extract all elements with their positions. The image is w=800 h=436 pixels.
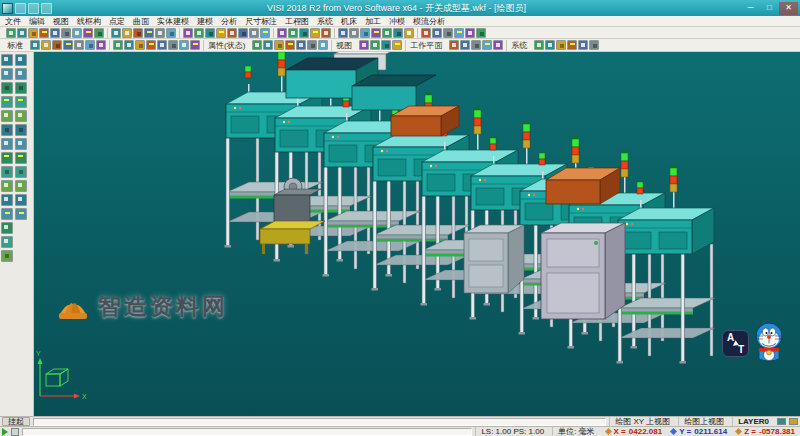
toolbar-icon[interactable] — [113, 40, 123, 50]
toolbar-icon[interactable] — [216, 28, 226, 38]
menu-item[interactable]: 视图 — [53, 16, 69, 27]
toolbar-icon[interactable] — [589, 40, 599, 50]
sidebar-tool-icon[interactable] — [1, 250, 13, 262]
toolbar-icon[interactable] — [393, 28, 403, 38]
toolbar-icon[interactable] — [449, 40, 459, 50]
workplane-indicator[interactable]: 绘图 XY 上视图 — [609, 417, 675, 426]
sidebar-tool-icon[interactable] — [1, 68, 13, 80]
toolbar-icon[interactable] — [157, 40, 167, 50]
toolbar-icon[interactable] — [252, 40, 262, 50]
sidebar-tool-icon[interactable] — [1, 152, 13, 164]
menu-item[interactable]: 分析 — [221, 16, 237, 27]
toolbar-icon[interactable] — [432, 28, 442, 38]
toolbar-icon[interactable] — [338, 28, 348, 38]
toolbar-icon[interactable] — [17, 28, 27, 38]
toolbar-icon[interactable] — [83, 28, 93, 38]
toolbar-icon[interactable] — [392, 40, 402, 50]
toolbar-icon[interactable] — [135, 40, 145, 50]
toolbar-icon[interactable] — [482, 40, 492, 50]
toolbar-icon[interactable] — [404, 28, 414, 38]
toolbar-icon[interactable] — [179, 40, 189, 50]
toolbar-icon[interactable] — [260, 28, 270, 38]
sidebar-tool-icon[interactable] — [1, 54, 13, 66]
toolbar-icon[interactable] — [144, 28, 154, 38]
menu-item[interactable]: 模流分析 — [413, 16, 445, 27]
sidebar-tool-icon[interactable] — [15, 82, 27, 94]
toolbar-icon[interactable] — [41, 40, 51, 50]
command-input[interactable] — [33, 418, 606, 426]
sidebar-tool-icon[interactable] — [1, 222, 13, 234]
assembly-line-model[interactable] — [225, 52, 716, 364]
toolbar-icon[interactable] — [205, 28, 215, 38]
sidebar-tool-icon[interactable] — [15, 54, 27, 66]
units-indicator[interactable]: 单位: 毫米 — [552, 427, 599, 436]
toolbar-icon[interactable] — [122, 28, 132, 38]
sidebar-tool-icon[interactable] — [15, 138, 27, 150]
close-button[interactable]: ✕ — [779, 2, 798, 15]
maximize-button[interactable]: □ — [760, 2, 779, 15]
toolbar-icon[interactable] — [321, 28, 331, 38]
sidebar-tool-icon[interactable] — [1, 166, 13, 178]
menu-item[interactable]: 实体建模 — [157, 16, 189, 27]
toolbar-icon[interactable] — [285, 40, 295, 50]
grid-toggle-icon[interactable] — [11, 428, 19, 436]
sidebar-tool-icon[interactable] — [1, 208, 13, 220]
toolbar-icon[interactable] — [6, 28, 16, 38]
sidebar-tool-icon[interactable] — [1, 194, 13, 206]
toolbar-icon[interactable] — [263, 40, 273, 50]
toolbar-icon[interactable] — [578, 40, 588, 50]
toolbar-icon[interactable] — [318, 40, 328, 50]
menu-item[interactable]: 尺寸标注 — [245, 16, 277, 27]
toolbar-icon[interactable] — [443, 28, 453, 38]
menu-item[interactable]: 冲模 — [389, 16, 405, 27]
sidebar-tool-icon[interactable] — [15, 96, 27, 108]
toolbar-icon[interactable] — [133, 28, 143, 38]
toolbar-icon[interactable] — [359, 40, 369, 50]
sidebar-tool-icon[interactable] — [15, 180, 27, 192]
toolbar-icon[interactable] — [307, 40, 317, 50]
cad-viewport[interactable]: X Y 智造资料网 A T — [34, 52, 800, 416]
toolbar-icon[interactable] — [249, 28, 259, 38]
sidebar-tool-icon[interactable] — [15, 68, 27, 80]
toolbar-icon[interactable] — [227, 28, 237, 38]
menu-item[interactable]: 点定 — [109, 16, 125, 27]
menu-item[interactable]: 建模 — [197, 16, 213, 27]
toolbar-icon[interactable] — [534, 40, 544, 50]
title-bar[interactable]: VISI 2018 R2 from Vero Software x64 - 开关… — [0, 0, 800, 16]
toolbar-icon[interactable] — [460, 40, 470, 50]
toolbar-icon[interactable] — [421, 28, 431, 38]
toolbar-icon[interactable] — [96, 40, 106, 50]
sidebar-tool-icon[interactable] — [1, 110, 13, 122]
menu-item[interactable]: 系统 — [317, 16, 333, 27]
menu-item[interactable]: 文件 — [5, 16, 21, 27]
toolbar-icon[interactable] — [288, 28, 298, 38]
toolbar-icon[interactable] — [111, 28, 121, 38]
toolbar-icon[interactable] — [166, 28, 176, 38]
sidebar-tool-icon[interactable] — [1, 82, 13, 94]
sidebar-tool-icon[interactable] — [15, 110, 27, 122]
minimize-button[interactable]: ─ — [741, 2, 760, 15]
toolbar-icon[interactable] — [277, 28, 287, 38]
toolbar-icon[interactable] — [183, 28, 193, 38]
toolbar-icon[interactable] — [567, 40, 577, 50]
toolbar-icon[interactable] — [155, 28, 165, 38]
sidebar-tool-icon[interactable] — [15, 208, 27, 220]
toolbar-icon[interactable] — [545, 40, 555, 50]
quick-undo-icon[interactable] — [28, 3, 39, 14]
sidebar-tool-icon[interactable] — [1, 236, 13, 248]
toolbar-icon[interactable] — [168, 40, 178, 50]
toolbar-icon[interactable] — [349, 28, 359, 38]
play-icon[interactable] — [2, 428, 8, 436]
menu-item[interactable]: 线框构 — [77, 16, 101, 27]
toolbar-icon[interactable] — [146, 40, 156, 50]
toolbar-icon[interactable] — [299, 28, 309, 38]
sidebar-tool-icon[interactable] — [15, 194, 27, 206]
view-indicator[interactable]: 绘图上视图 — [678, 417, 729, 426]
status-chip-icon[interactable] — [789, 418, 798, 425]
toolbar-icon[interactable] — [370, 40, 380, 50]
sidebar-tool-icon[interactable] — [15, 166, 27, 178]
sidebar-tool-icon[interactable] — [15, 124, 27, 136]
toolbar-icon[interactable] — [238, 28, 248, 38]
toolbar-icon[interactable] — [30, 40, 40, 50]
toolbar-icon[interactable] — [124, 40, 134, 50]
